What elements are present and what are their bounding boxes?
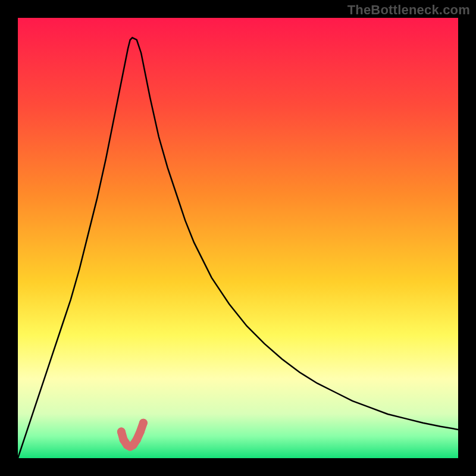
gradient-background (18, 18, 458, 458)
bottleneck-curve-chart (18, 18, 458, 458)
marker-dot (117, 428, 126, 436)
chart-plot-area (18, 18, 458, 458)
marker-dot (133, 436, 141, 444)
watermark-text: TheBottleneck.com (347, 2, 470, 18)
chart-frame: TheBottleneck.com (0, 0, 476, 476)
marker-dot (139, 419, 148, 427)
marker-dot (136, 428, 145, 436)
